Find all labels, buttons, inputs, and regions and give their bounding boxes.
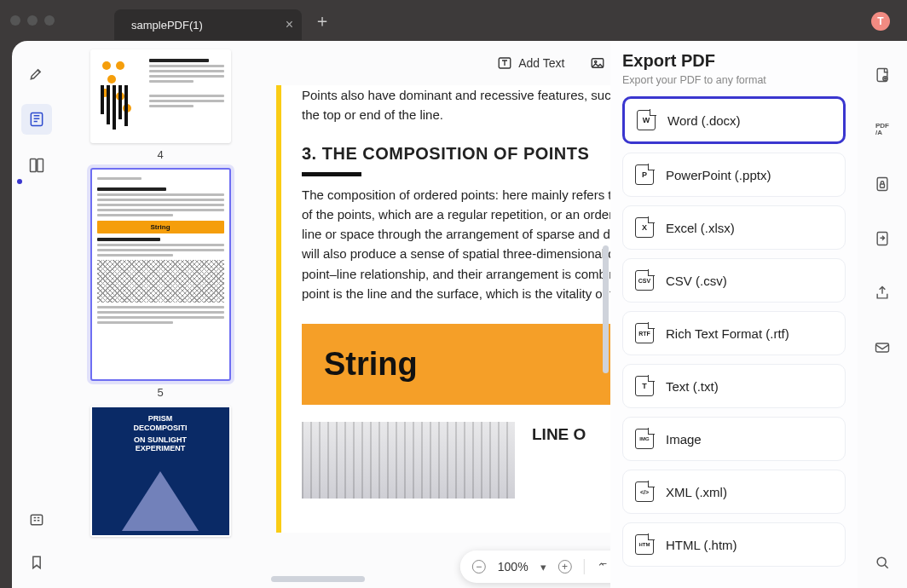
right-rail: PDF/A <box>858 41 907 588</box>
export-option-label: Text (.txt) <box>666 379 719 394</box>
tab-document[interactable]: samplePDF(1) × <box>114 9 302 40</box>
word-file-icon: W <box>637 110 656 130</box>
avatar[interactable]: T <box>871 12 890 31</box>
horizontal-scrollbar[interactable] <box>271 576 365 582</box>
window-controls <box>10 15 55 26</box>
export-option-label: PowerPoint (.pptx) <box>666 168 771 182</box>
zoom-out-button[interactable]: − <box>472 560 486 574</box>
svg-rect-12 <box>876 343 889 352</box>
svg-rect-2 <box>38 159 43 172</box>
export-option-csv[interactable]: CSV CSV (.csv) <box>622 258 846 303</box>
export-option-label: XML (.xml) <box>666 485 727 499</box>
add-text-button[interactable]: Add Text <box>497 55 564 71</box>
svg-rect-11 <box>877 233 887 245</box>
share-icon[interactable] <box>867 278 898 308</box>
svg-rect-3 <box>31 515 42 525</box>
doc-lineof: LINE O <box>532 422 586 447</box>
export-option-label: Rich Text Format (.rtf) <box>666 326 789 341</box>
edit-pdf-icon[interactable] <box>867 60 898 90</box>
vertical-scrollbar[interactable] <box>603 245 609 373</box>
export-option-label: Word (.docx) <box>667 113 741 128</box>
excel-file-icon: X <box>635 217 654 238</box>
xml-file-icon: </> <box>635 481 654 502</box>
svg-rect-7 <box>877 69 887 82</box>
svg-rect-1 <box>31 159 37 172</box>
thumb6-line3: ON SUNLIGHT <box>99 435 222 445</box>
svg-rect-10 <box>881 184 885 187</box>
export-option-label: Excel (.xlsx) <box>666 221 735 235</box>
svg-point-13 <box>877 557 886 566</box>
close-window-icon[interactable] <box>10 15 20 26</box>
export-option-txt[interactable]: T Text (.txt) <box>622 364 846 408</box>
thumbnail-4[interactable]: 4 <box>72 49 249 161</box>
thumbnails-panel: 4 String 5 PRISM <box>61 41 259 588</box>
first-page-button[interactable]: ⌃− <box>597 561 603 574</box>
export-option-label: HTML (.htm) <box>666 538 737 552</box>
export-option-label: CSV (.csv) <box>666 274 727 288</box>
thumb-art <box>97 56 144 133</box>
thumb6-line4: EXPERIMENT <box>99 444 222 453</box>
thumbnail-6[interactable]: PRISM DECOMPOSITI ON SUNLIGHT EXPERIMENT <box>72 406 249 537</box>
maximize-window-icon[interactable] <box>44 15 55 26</box>
titlebar: samplePDF(1) × ＋ T <box>0 0 907 41</box>
reader-mode-icon[interactable] <box>21 504 52 535</box>
bookmark-icon[interactable] <box>21 547 52 578</box>
thumb6-line2: DECOMPOSITI <box>99 424 222 433</box>
export-panel: Export PDF Export your PDF to any format… <box>610 41 858 588</box>
tab-close-icon[interactable]: × <box>286 17 293 32</box>
export-option-image[interactable]: IMG Image <box>622 417 846 461</box>
svg-rect-0 <box>31 113 42 126</box>
export-option-html[interactable]: HTM HTML (.htm) <box>622 522 846 567</box>
txt-file-icon: T <box>635 376 654 396</box>
export-option-label: Image <box>666 432 702 447</box>
thumbnails-panel-icon[interactable] <box>21 104 52 135</box>
active-indicator-dot <box>17 179 22 184</box>
highlight-tool-icon[interactable] <box>21 58 52 89</box>
export-option-word[interactable]: W Word (.docx) <box>622 96 846 144</box>
export-option-excel[interactable]: X Excel (.xlsx) <box>622 205 846 250</box>
export-option-rtf[interactable]: RTF Rich Text Format (.rtf) <box>622 311 846 355</box>
html-file-icon: HTM <box>635 534 654 555</box>
mail-icon[interactable] <box>867 332 898 363</box>
doc-image-placeholder <box>302 422 515 499</box>
prism-icon <box>122 471 199 531</box>
ppt-file-icon: P <box>635 164 654 185</box>
tab-title: samplePDF(1) <box>131 19 203 32</box>
zoom-in-button[interactable]: + <box>558 560 572 574</box>
image-file-icon: IMG <box>635 429 654 449</box>
svg-point-6 <box>595 61 597 62</box>
export-option-xml[interactable]: </> XML (.xml) <box>622 470 846 514</box>
thumb-label: 4 <box>72 148 249 161</box>
left-rail-bottom <box>12 504 61 578</box>
add-text-label: Add Text <box>518 56 564 70</box>
rtf-file-icon: RTF <box>635 323 654 343</box>
csv-file-icon: CSV <box>635 270 654 291</box>
export-option-powerpoint[interactable]: P PowerPoint (.pptx) <box>622 153 846 197</box>
outline-panel-icon[interactable] <box>21 150 52 181</box>
search-icon[interactable] <box>867 547 898 578</box>
export-title: Export PDF <box>622 51 846 71</box>
export-icon[interactable] <box>867 223 898 254</box>
zoom-level: 100% <box>498 560 529 574</box>
thumb6-line1: PRISM <box>99 414 222 424</box>
protect-icon[interactable] <box>867 169 898 199</box>
thumb-orange-label: String <box>97 221 224 233</box>
new-tab-button[interactable]: ＋ <box>314 9 331 32</box>
pdfa-icon[interactable]: PDF/A <box>867 114 898 145</box>
thumbnail-5[interactable]: String 5 <box>72 168 249 399</box>
thumb-label: 5 <box>72 386 249 399</box>
zoom-dropdown-icon[interactable]: ▾ <box>540 561 546 574</box>
right-rail-bottom <box>858 547 907 578</box>
heading-rule <box>302 172 361 176</box>
minimize-window-icon[interactable] <box>27 15 38 26</box>
export-subtitle: Export your PDF to any format <box>622 74 846 86</box>
